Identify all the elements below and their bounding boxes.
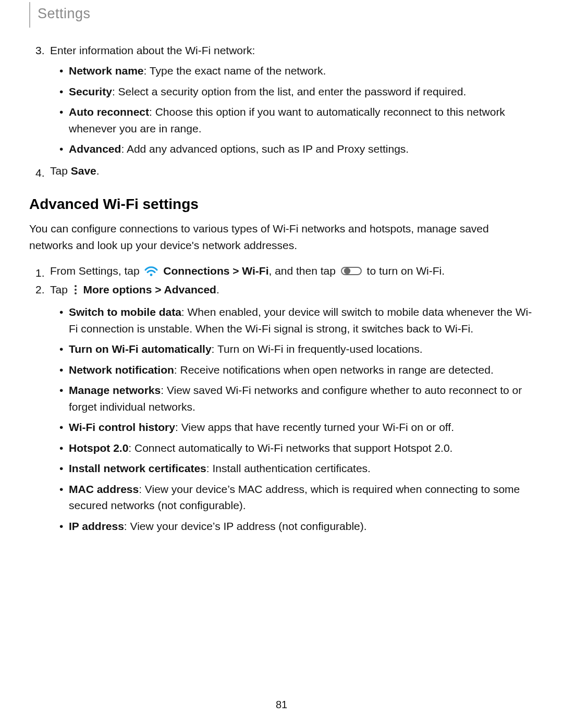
document-page: Settings Enter information about the Wi-…	[0, 0, 563, 728]
svg-point-4	[75, 289, 77, 291]
bullet-wifi-control-history: Wi-Fi control history: View apps that ha…	[69, 419, 534, 436]
text: to turn on Wi-Fi.	[367, 265, 445, 277]
text: Tap	[50, 283, 71, 295]
text: : Turn on Wi-Fi in frequently-used locat…	[212, 343, 423, 355]
wifi-icon	[144, 267, 161, 279]
label: Network name	[69, 65, 144, 77]
page-number: 81	[0, 697, 563, 712]
step-4: Tap Save.	[50, 165, 100, 177]
bullet-turn-on-wifi-auto: Turn on Wi-Fi automatically: Turn on Wi-…	[69, 341, 534, 357]
text: : View apps that have recently turned yo…	[175, 421, 454, 433]
steps-list-b: From Settings, tap Connections > Wi-Fi, …	[29, 263, 534, 534]
text: : Select a security option from the list…	[112, 85, 466, 97]
bullet-manage-networks: Manage networks: View saved Wi-Fi networ…	[69, 382, 534, 415]
bullet-auto-reconnect: Auto reconnect: Choose this option if yo…	[69, 104, 534, 137]
page-title: Settings	[29, 2, 98, 28]
bullet-switch-mobile-data: Switch to mobile data: When enabled, you…	[69, 304, 534, 337]
text: : Type the exact name of the network.	[144, 65, 326, 77]
label: Connections	[163, 265, 229, 277]
label: IP address	[69, 520, 124, 532]
step-b1: From Settings, tap Connections > Wi-Fi, …	[50, 265, 445, 277]
label: > Wi-Fi	[229, 265, 268, 277]
bullet-network-notification: Network notification: Receive notificati…	[69, 362, 534, 378]
label: Hotspot 2.0	[69, 442, 128, 454]
step-3-bullets: Network name: Type the exact name of the…	[50, 63, 534, 157]
step-3-text: Enter information about the Wi-Fi networ…	[50, 44, 255, 56]
text: Tap	[50, 165, 71, 177]
label: Manage networks	[69, 384, 161, 396]
svg-point-2	[344, 268, 350, 274]
text: From Settings, tap	[50, 265, 142, 277]
text: : Receive notifications when open networ…	[174, 364, 494, 376]
label: Wi-Fi control history	[69, 421, 175, 433]
label: MAC address	[69, 483, 139, 495]
step-3: Enter information about the Wi-Fi networ…	[50, 42, 534, 157]
bullet-ip-address: IP address: View your device’s IP addres…	[69, 518, 534, 535]
section-heading-advanced-wifi: Advanced Wi-Fi settings	[29, 193, 534, 215]
text: .	[216, 283, 219, 295]
label: Advanced	[69, 143, 121, 155]
text: : View your device’s IP address (not con…	[124, 520, 367, 532]
svg-point-3	[75, 285, 77, 287]
label: Switch to mobile data	[69, 306, 181, 318]
page-header: Settings	[29, 0, 534, 42]
svg-point-0	[150, 274, 153, 276]
label: Save	[71, 165, 96, 177]
step-b2: Tap More options > Advanced. Switch to m…	[50, 281, 534, 535]
text: : Add any advanced options, such as IP a…	[121, 143, 409, 155]
bullet-advanced: Advanced: Add any advanced options, such…	[69, 141, 534, 157]
label: More options	[83, 283, 152, 295]
label: Auto reconnect	[69, 106, 149, 118]
label: > Advanced	[152, 283, 216, 295]
label: Turn on Wi-Fi automatically	[69, 343, 212, 355]
text: : Connect automatically to Wi-Fi network…	[128, 442, 452, 454]
bullet-network-name: Network name: Type the exact name of the…	[69, 63, 534, 79]
label: Security	[69, 85, 112, 97]
label: Install network certificates	[69, 462, 206, 474]
bullet-hotspot-20: Hotspot 2.0: Connect automatically to Wi…	[69, 440, 534, 456]
text: : Install authentication certificates.	[206, 462, 371, 474]
text: , and then tap	[268, 265, 338, 277]
steps-list-a: Enter information about the Wi-Fi networ…	[29, 42, 534, 179]
section-intro: You can configure connections to various…	[29, 220, 534, 253]
text: .	[96, 165, 100, 177]
step-b2-bullets: Switch to mobile data: When enabled, you…	[50, 304, 534, 534]
toggle-switch-icon	[341, 267, 365, 279]
label: Network notification	[69, 364, 174, 376]
more-options-icon	[73, 286, 81, 298]
bullet-mac-address: MAC address: View your device’s MAC addr…	[69, 481, 534, 514]
bullet-security: Security: Select a security option from …	[69, 83, 534, 100]
svg-point-5	[75, 292, 77, 294]
bullet-install-certs: Install network certificates: Install au…	[69, 460, 534, 477]
